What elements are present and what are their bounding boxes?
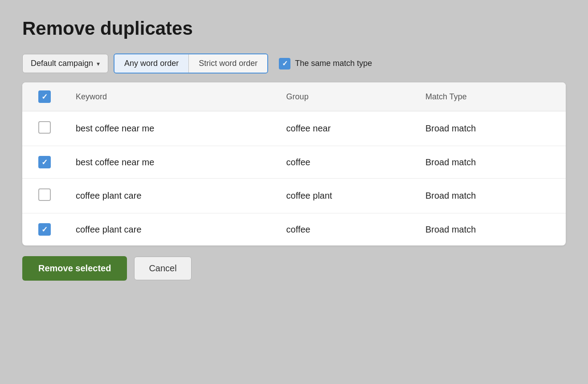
row-checkbox-cell-3: ✓ xyxy=(22,213,67,246)
row-match-type-2: Broad match xyxy=(416,179,566,213)
row-checkbox-1[interactable]: ✓ xyxy=(38,156,51,168)
row-group-3: coffee xyxy=(278,213,416,246)
select-all-checkbox[interactable]: ✓ xyxy=(38,90,51,103)
row-group-0: coffee near xyxy=(278,111,416,146)
row-checkbox-2[interactable] xyxy=(38,188,51,201)
checkmark-icon: ✓ xyxy=(41,158,48,167)
row-match-type-3: Broad match xyxy=(416,213,566,246)
keywords-table-container: ✓ Keyword Group Match Type best coffee n… xyxy=(22,82,566,245)
table-row: coffee plant carecoffee plantBroad match xyxy=(22,179,566,213)
table-body: best coffee near mecoffee nearBroad matc… xyxy=(22,111,566,246)
row-keyword-0: best coffee near me xyxy=(67,111,278,146)
row-keyword-3: coffee plant care xyxy=(67,213,278,246)
header-match-type: Match Type xyxy=(416,82,566,111)
row-checkbox-0[interactable] xyxy=(38,121,51,134)
actions-row: Remove selected Cancel xyxy=(22,256,566,281)
checkmark-icon: ✓ xyxy=(282,60,288,67)
header-checkmark-icon: ✓ xyxy=(41,92,48,102)
table-row: best coffee near mecoffee nearBroad matc… xyxy=(22,111,566,146)
remove-selected-button[interactable]: Remove selected xyxy=(22,256,127,281)
row-group-1: coffee xyxy=(278,146,416,179)
cancel-button[interactable]: Cancel xyxy=(134,257,191,280)
header-keyword: Keyword xyxy=(67,82,278,111)
table-row: ✓coffee plant carecoffeeBroad match xyxy=(22,213,566,246)
row-checkbox-cell-2 xyxy=(22,179,67,213)
page-title: Remove duplicates xyxy=(22,18,566,39)
any-word-order-button[interactable]: Any word order xyxy=(114,54,188,73)
row-checkbox-3[interactable]: ✓ xyxy=(38,223,51,236)
match-type-check: ✓ The same match type xyxy=(279,58,372,69)
campaign-dropdown-label: Default campaign xyxy=(31,59,93,68)
strict-word-order-button[interactable]: Strict word order xyxy=(188,54,267,73)
row-match-type-1: Broad match xyxy=(416,146,566,179)
header-checkbox-checked[interactable]: ✓ xyxy=(38,90,51,103)
row-match-type-0: Broad match xyxy=(416,111,566,146)
chevron-down-icon: ▾ xyxy=(97,60,100,67)
match-type-label: The same match type xyxy=(295,59,372,68)
word-order-group: Any word order Strict word order xyxy=(114,53,268,74)
controls-row: Default campaign ▾ Any word order Strict… xyxy=(22,53,566,74)
checkmark-icon: ✓ xyxy=(41,225,48,234)
campaign-dropdown[interactable]: Default campaign ▾ xyxy=(22,54,108,73)
row-checkbox-cell-0 xyxy=(22,111,67,146)
row-group-2: coffee plant xyxy=(278,179,416,213)
table-row: ✓best coffee near mecoffeeBroad match xyxy=(22,146,566,179)
header-group: Group xyxy=(278,82,416,111)
keywords-table: ✓ Keyword Group Match Type best coffee n… xyxy=(22,82,566,245)
table-header-row: ✓ Keyword Group Match Type xyxy=(22,82,566,111)
main-container: Remove duplicates Default campaign ▾ Any… xyxy=(22,18,566,281)
row-keyword-2: coffee plant care xyxy=(67,179,278,213)
row-checkbox-cell-1: ✓ xyxy=(22,146,67,179)
row-keyword-1: best coffee near me xyxy=(67,146,278,179)
match-type-checkbox[interactable]: ✓ xyxy=(279,58,290,69)
header-checkbox-cell: ✓ xyxy=(22,82,67,111)
